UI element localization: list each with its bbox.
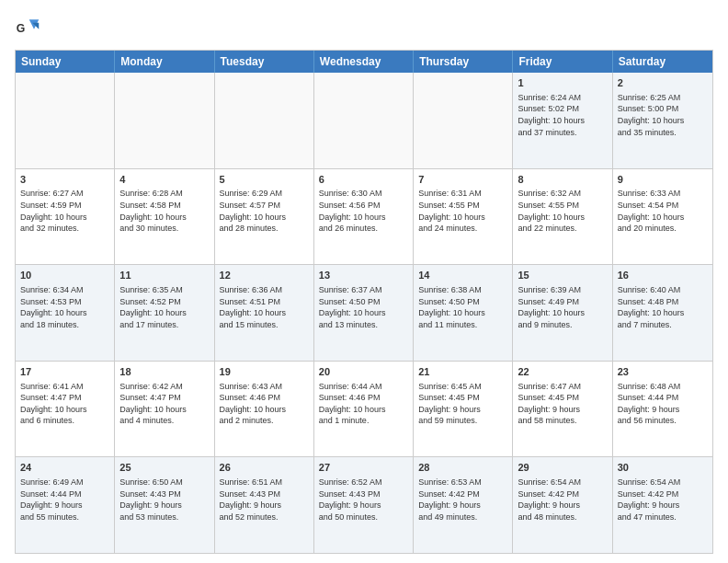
- calendar-cell-18: 18Sunrise: 6:42 AM Sunset: 4:47 PM Dayli…: [115, 362, 214, 457]
- day-info: Sunrise: 6:32 AM Sunset: 4:55 PM Dayligh…: [518, 188, 607, 234]
- day-info: Sunrise: 6:33 AM Sunset: 4:54 PM Dayligh…: [618, 188, 708, 234]
- calendar-cell-16: 16Sunrise: 6:40 AM Sunset: 4:48 PM Dayli…: [613, 265, 712, 361]
- calendar-cell-10: 10Sunrise: 6:34 AM Sunset: 4:53 PM Dayli…: [16, 265, 115, 361]
- calendar-cell-2: 2Sunrise: 6:25 AM Sunset: 5:00 PM Daylig…: [613, 73, 712, 168]
- day-info: Sunrise: 6:39 AM Sunset: 4:49 PM Dayligh…: [518, 284, 607, 330]
- day-number: 12: [220, 269, 309, 282]
- day-number: 24: [20, 461, 109, 475]
- day-info: Sunrise: 6:42 AM Sunset: 4:47 PM Dayligh…: [119, 381, 209, 427]
- calendar-cell-empty-0-0: [16, 73, 115, 168]
- calendar-cell-17: 17Sunrise: 6:41 AM Sunset: 4:47 PM Dayli…: [16, 362, 115, 457]
- day-info: Sunrise: 6:53 AM Sunset: 4:42 PM Dayligh…: [418, 477, 507, 523]
- day-info: Sunrise: 6:50 AM Sunset: 4:43 PM Dayligh…: [119, 477, 209, 523]
- day-info: Sunrise: 6:48 AM Sunset: 4:44 PM Dayligh…: [618, 381, 708, 427]
- day-info: Sunrise: 6:25 AM Sunset: 5:00 PM Dayligh…: [618, 92, 708, 138]
- header-day-thursday: Thursday: [414, 51, 513, 73]
- day-number: 8: [518, 173, 607, 187]
- day-number: 3: [20, 173, 109, 187]
- calendar-cell-6: 6Sunrise: 6:30 AM Sunset: 4:56 PM Daylig…: [314, 169, 414, 265]
- calendar-cell-13: 13Sunrise: 6:37 AM Sunset: 4:50 PM Dayli…: [314, 265, 414, 361]
- calendar-cell-14: 14Sunrise: 6:38 AM Sunset: 4:50 PM Dayli…: [414, 265, 513, 361]
- day-info: Sunrise: 6:24 AM Sunset: 5:02 PM Dayligh…: [518, 92, 607, 138]
- day-number: 1: [518, 76, 607, 90]
- calendar-cell-30: 30Sunrise: 6:54 AM Sunset: 4:42 PM Dayli…: [613, 457, 712, 553]
- day-number: 16: [618, 269, 708, 282]
- header: G: [15, 15, 713, 40]
- calendar-cell-11: 11Sunrise: 6:35 AM Sunset: 4:52 PM Dayli…: [115, 265, 214, 361]
- calendar-row-4: 17Sunrise: 6:41 AM Sunset: 4:47 PM Dayli…: [16, 361, 712, 457]
- day-number: 29: [518, 461, 607, 475]
- calendar-cell-20: 20Sunrise: 6:44 AM Sunset: 4:46 PM Dayli…: [314, 362, 414, 457]
- calendar-cell-empty-0-3: [314, 73, 414, 168]
- day-info: Sunrise: 6:27 AM Sunset: 4:59 PM Dayligh…: [20, 188, 109, 234]
- day-info: Sunrise: 6:38 AM Sunset: 4:50 PM Dayligh…: [418, 284, 507, 330]
- day-info: Sunrise: 6:28 AM Sunset: 4:58 PM Dayligh…: [119, 188, 209, 234]
- day-info: Sunrise: 6:51 AM Sunset: 4:43 PM Dayligh…: [220, 477, 309, 523]
- day-number: 27: [319, 461, 408, 475]
- calendar-cell-22: 22Sunrise: 6:47 AM Sunset: 4:45 PM Dayli…: [513, 362, 612, 457]
- header-day-tuesday: Tuesday: [215, 51, 314, 73]
- day-number: 22: [518, 365, 607, 379]
- day-number: 26: [220, 461, 309, 475]
- header-day-sunday: Sunday: [16, 51, 115, 73]
- calendar-cell-1: 1Sunrise: 6:24 AM Sunset: 5:02 PM Daylig…: [513, 73, 612, 168]
- header-day-friday: Friday: [513, 51, 612, 73]
- logo: G: [15, 15, 44, 40]
- calendar-cell-19: 19Sunrise: 6:43 AM Sunset: 4:46 PM Dayli…: [215, 362, 314, 457]
- calendar-cell-empty-0-4: [414, 73, 513, 168]
- svg-text:G: G: [17, 22, 26, 35]
- day-number: 6: [319, 173, 408, 187]
- day-number: 18: [119, 365, 209, 379]
- header-day-monday: Monday: [115, 51, 214, 73]
- calendar-cell-25: 25Sunrise: 6:50 AM Sunset: 4:43 PM Dayli…: [115, 457, 214, 553]
- calendar-cell-27: 27Sunrise: 6:52 AM Sunset: 4:43 PM Dayli…: [314, 457, 414, 553]
- day-info: Sunrise: 6:37 AM Sunset: 4:50 PM Dayligh…: [319, 284, 408, 330]
- header-day-saturday: Saturday: [613, 51, 712, 73]
- day-number: 25: [119, 461, 209, 475]
- day-number: 17: [20, 365, 109, 379]
- day-number: 14: [418, 269, 507, 282]
- day-info: Sunrise: 6:31 AM Sunset: 4:55 PM Dayligh…: [418, 188, 507, 234]
- day-number: 4: [119, 173, 209, 187]
- day-info: Sunrise: 6:36 AM Sunset: 4:51 PM Dayligh…: [220, 284, 309, 330]
- day-number: 19: [220, 365, 309, 379]
- page: G SundayMondayTuesdayWednesdayThursdayFr…: [0, 0, 728, 563]
- day-info: Sunrise: 6:49 AM Sunset: 4:44 PM Dayligh…: [20, 477, 109, 523]
- calendar-cell-26: 26Sunrise: 6:51 AM Sunset: 4:43 PM Dayli…: [215, 457, 314, 553]
- calendar-cell-4: 4Sunrise: 6:28 AM Sunset: 4:58 PM Daylig…: [115, 169, 214, 265]
- day-number: 11: [119, 269, 209, 282]
- calendar-cell-15: 15Sunrise: 6:39 AM Sunset: 4:49 PM Dayli…: [513, 265, 612, 361]
- day-info: Sunrise: 6:54 AM Sunset: 4:42 PM Dayligh…: [518, 477, 607, 523]
- calendar-cell-29: 29Sunrise: 6:54 AM Sunset: 4:42 PM Dayli…: [513, 457, 612, 553]
- calendar-cell-12: 12Sunrise: 6:36 AM Sunset: 4:51 PM Dayli…: [215, 265, 314, 361]
- calendar-row-2: 3Sunrise: 6:27 AM Sunset: 4:59 PM Daylig…: [16, 168, 712, 265]
- day-number: 20: [319, 365, 408, 379]
- calendar-row-3: 10Sunrise: 6:34 AM Sunset: 4:53 PM Dayli…: [16, 264, 712, 361]
- calendar-cell-3: 3Sunrise: 6:27 AM Sunset: 4:59 PM Daylig…: [16, 169, 115, 265]
- calendar-cell-7: 7Sunrise: 6:31 AM Sunset: 4:55 PM Daylig…: [414, 169, 513, 265]
- day-info: Sunrise: 6:29 AM Sunset: 4:57 PM Dayligh…: [220, 188, 309, 234]
- calendar-cell-empty-0-1: [115, 73, 214, 168]
- calendar-body: 1Sunrise: 6:24 AM Sunset: 5:02 PM Daylig…: [16, 73, 712, 553]
- calendar-cell-23: 23Sunrise: 6:48 AM Sunset: 4:44 PM Dayli…: [613, 362, 712, 457]
- header-day-wednesday: Wednesday: [314, 51, 414, 73]
- day-number: 21: [418, 365, 507, 379]
- calendar-cell-empty-0-2: [215, 73, 314, 168]
- day-number: 23: [618, 365, 708, 379]
- day-number: 7: [418, 173, 507, 187]
- calendar-row-5: 24Sunrise: 6:49 AM Sunset: 4:44 PM Dayli…: [16, 456, 712, 553]
- day-info: Sunrise: 6:44 AM Sunset: 4:46 PM Dayligh…: [319, 381, 408, 427]
- day-number: 9: [618, 173, 708, 187]
- day-info: Sunrise: 6:40 AM Sunset: 4:48 PM Dayligh…: [618, 284, 708, 330]
- day-info: Sunrise: 6:30 AM Sunset: 4:56 PM Dayligh…: [319, 188, 408, 234]
- day-number: 13: [319, 269, 408, 282]
- day-info: Sunrise: 6:41 AM Sunset: 4:47 PM Dayligh…: [20, 381, 109, 427]
- calendar-cell-8: 8Sunrise: 6:32 AM Sunset: 4:55 PM Daylig…: [513, 169, 612, 265]
- day-info: Sunrise: 6:52 AM Sunset: 4:43 PM Dayligh…: [319, 477, 408, 523]
- day-info: Sunrise: 6:43 AM Sunset: 4:46 PM Dayligh…: [220, 381, 309, 427]
- day-number: 5: [220, 173, 309, 187]
- calendar-header: SundayMondayTuesdayWednesdayThursdayFrid…: [16, 51, 712, 73]
- calendar-cell-28: 28Sunrise: 6:53 AM Sunset: 4:42 PM Dayli…: [414, 457, 513, 553]
- day-info: Sunrise: 6:35 AM Sunset: 4:52 PM Dayligh…: [119, 284, 209, 330]
- day-info: Sunrise: 6:45 AM Sunset: 4:45 PM Dayligh…: [418, 381, 507, 427]
